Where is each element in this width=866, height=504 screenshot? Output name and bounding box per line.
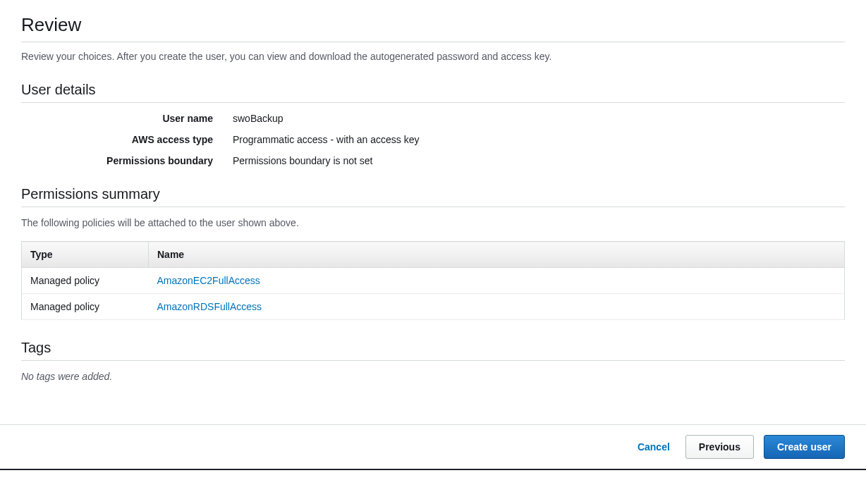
- create-user-button[interactable]: Create user: [764, 435, 845, 459]
- policy-name-link[interactable]: AmazonEC2FullAccess: [157, 275, 260, 286]
- permissions-summary-heading: Permissions summary: [21, 186, 845, 207]
- permissions-summary-subtext: The following policies will be attached …: [21, 217, 845, 228]
- detail-value: Permissions boundary is not set: [233, 155, 372, 166]
- table-row: Managed policy AmazonEC2FullAccess: [22, 268, 845, 294]
- detail-label: AWS access type: [21, 134, 233, 145]
- column-header-type: Type: [22, 242, 149, 268]
- policy-name-link[interactable]: AmazonRDSFullAccess: [157, 301, 262, 312]
- tags-heading: Tags: [21, 340, 845, 361]
- detail-row-permissions-boundary: Permissions boundary Permissions boundar…: [21, 155, 845, 166]
- page-title: Review: [21, 14, 845, 42]
- cancel-button[interactable]: Cancel: [632, 436, 676, 458]
- detail-label: User name: [21, 113, 233, 124]
- detail-value: Programmatic access - with an access key: [233, 134, 420, 145]
- detail-value: swoBackup: [233, 113, 283, 124]
- table-row: Managed policy AmazonRDSFullAccess: [22, 294, 845, 320]
- user-details-heading: User details: [21, 82, 845, 103]
- previous-button[interactable]: Previous: [685, 435, 754, 459]
- detail-label: Permissions boundary: [21, 155, 233, 166]
- detail-row-access-type: AWS access type Programmatic access - wi…: [21, 134, 845, 145]
- bottom-border: [0, 469, 866, 470]
- review-intro-text: Review your choices. After you create th…: [21, 51, 845, 62]
- tags-empty-message: No tags were added.: [21, 371, 845, 382]
- policy-type: Managed policy: [22, 294, 149, 320]
- detail-row-username: User name swoBackup: [21, 113, 845, 124]
- policy-type: Managed policy: [22, 268, 149, 294]
- wizard-footer: Cancel Previous Create user: [0, 424, 866, 469]
- permissions-table: Type Name Managed policy AmazonEC2FullAc…: [21, 241, 845, 320]
- column-header-name: Name: [149, 242, 845, 268]
